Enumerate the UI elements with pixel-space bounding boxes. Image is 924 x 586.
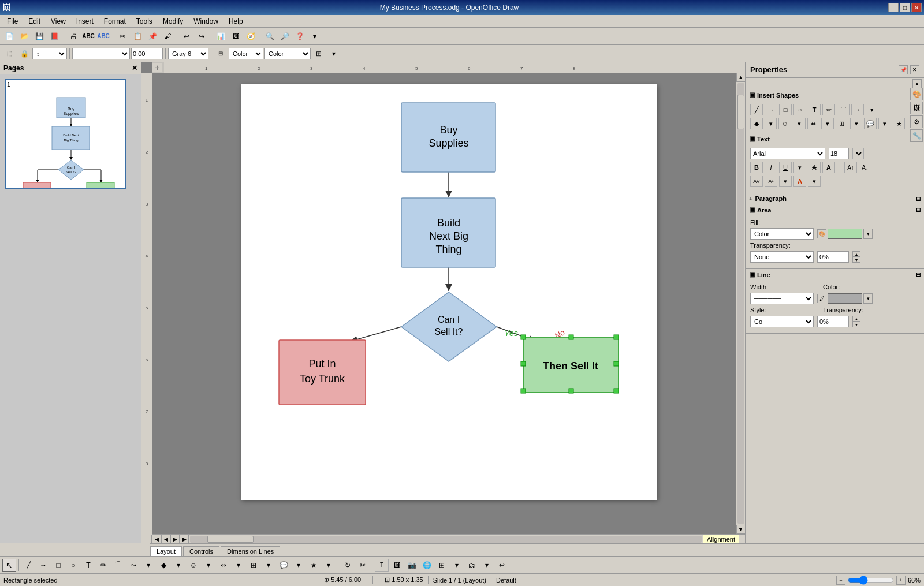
shadow-text-btn[interactable]: A (822, 162, 835, 173)
basic-shapes-draw-more[interactable]: ▾ (172, 559, 185, 572)
pan-tool[interactable]: 🌐 (420, 559, 434, 572)
line-color-icon[interactable]: 🖊 (817, 294, 826, 303)
format-paint-button[interactable]: 🖌 (161, 30, 174, 43)
emoji-btn[interactable]: ☺ (778, 118, 791, 129)
text-draw-tool[interactable]: T (81, 559, 95, 572)
line-transparency-input[interactable] (817, 316, 849, 327)
char-spacing2-btn[interactable]: A¹ (765, 176, 777, 187)
freeform-draw-tool[interactable]: ✏ (96, 559, 110, 572)
properties-pin-button[interactable]: 📌 (899, 65, 908, 74)
menu-format[interactable]: Format (99, 16, 131, 27)
page-1-thumbnail[interactable]: 1 Buy Supplies Build Next Big Thing (5, 79, 126, 189)
vscroll-thumb[interactable] (737, 95, 744, 129)
print-button[interactable]: 🖨 (66, 30, 80, 43)
display-grid-button[interactable]: ⊞ (312, 47, 326, 60)
line-minimize-icon[interactable]: ⊟ (916, 271, 921, 278)
curve-tool[interactable]: ╱ (750, 104, 763, 115)
curve-draw-tool[interactable]: ⌒ (111, 559, 125, 572)
properties-close-button[interactable]: ✕ (910, 65, 919, 74)
menu-edit[interactable]: Edit (24, 16, 45, 27)
callout-btn[interactable]: 💬 (864, 118, 877, 129)
arrow-draw-tool[interactable]: → (36, 559, 50, 572)
scroll-right-button[interactable]: ▶ (180, 535, 189, 544)
dimension-lines-tab[interactable]: Dimension Lines (221, 546, 280, 556)
extension-icon-4[interactable]: 🔧 (910, 129, 923, 142)
insert-shapes-header[interactable]: ▣ Insert Shapes (746, 89, 924, 100)
scrollbar-thumb[interactable] (207, 536, 254, 543)
area-style-dropdown[interactable]: Color (229, 48, 263, 59)
layout-tab[interactable]: Layout (150, 546, 182, 556)
line-color-swatch[interactable] (828, 293, 862, 304)
more2-button[interactable]: ▾ (327, 47, 341, 60)
rect-draw-tool[interactable]: □ (51, 559, 65, 572)
fill-color-icon[interactable]: 🎨 (817, 229, 826, 238)
group-more[interactable]: ▾ (480, 559, 494, 572)
underline-more[interactable]: ▾ (793, 162, 806, 173)
menu-help[interactable]: Help (224, 16, 248, 27)
shadow-button[interactable]: ⊟ (214, 47, 228, 60)
basic-shapes-btn[interactable]: ◆ (750, 118, 763, 129)
fill-color-swatch[interactable] (828, 229, 862, 239)
scroll-down-button[interactable]: ▼ (736, 525, 746, 534)
area-header[interactable]: ▣ Area ⊟ (746, 204, 924, 215)
connector2-tool[interactable]: → (851, 104, 864, 115)
font-name-select[interactable]: Arial (750, 148, 825, 159)
italic-button[interactable]: I (765, 162, 777, 173)
gallery-button[interactable]: 🖼 (229, 30, 243, 43)
line-transparency-spinner[interactable]: ▲ ▼ (852, 316, 860, 327)
increase-font-btn[interactable]: A↑ (844, 162, 857, 173)
star-btn[interactable]: ★ (893, 118, 906, 129)
line-style-select[interactable]: Co (750, 316, 814, 327)
flowchart-more[interactable]: ▾ (850, 118, 863, 129)
connector-draw-tool[interactable]: ⤳ (126, 559, 140, 572)
flowchart-draw-more[interactable]: ▾ (262, 559, 275, 572)
zoom-button[interactable]: 🔎 (278, 30, 292, 43)
menu-file[interactable]: File (2, 16, 23, 27)
callout-draw[interactable]: 💬 (277, 559, 290, 572)
decrease-font-btn[interactable]: A↓ (859, 162, 871, 173)
extension-icon-1[interactable]: 🎨 (910, 88, 923, 100)
font-size-input[interactable] (829, 148, 849, 159)
spell2-button[interactable]: ABC (96, 30, 110, 43)
arrow-shapes-more[interactable]: ▾ (821, 118, 834, 129)
underline-button[interactable]: U (779, 162, 792, 173)
chart-button[interactable]: 📊 (214, 30, 228, 43)
insert-button[interactable]: ⬚ (2, 47, 16, 60)
paste-button[interactable]: 📌 (146, 30, 159, 43)
line-header[interactable]: ▣ Line ⊟ (746, 269, 924, 280)
controls-tab[interactable]: Controls (183, 546, 219, 556)
zoom-out-button[interactable]: − (836, 576, 845, 585)
rect-tool[interactable]: □ (779, 104, 792, 115)
menu-tools[interactable]: Tools (132, 16, 157, 27)
maximize-button[interactable]: □ (900, 3, 910, 12)
cut-button[interactable]: ✂ (116, 30, 129, 43)
arrow-tool[interactable]: → (765, 104, 777, 115)
transparency-value-input[interactable] (817, 251, 849, 263)
snap-tool[interactable]: ⊞ (435, 559, 449, 572)
star-draw[interactable]: ★ (307, 559, 321, 572)
font-color-btn[interactable]: A (793, 176, 806, 187)
fill-color-arrow[interactable]: ▾ (863, 229, 873, 239)
lock-button[interactable]: 🔒 (17, 47, 31, 60)
line-width-input[interactable]: 0.00" (131, 48, 163, 59)
menu-modify[interactable]: Modify (158, 16, 188, 27)
area-minimize-icon[interactable]: ⊟ (916, 207, 921, 213)
snap-more[interactable]: ▾ (450, 559, 464, 572)
strikethrough-btn[interactable]: A (808, 162, 821, 173)
subscript-btn[interactable]: ▾ (779, 176, 792, 187)
basic-shapes-draw[interactable]: ◆ (157, 559, 170, 572)
navigator-button[interactable]: 🧭 (244, 30, 258, 43)
horizontal-scrollbar[interactable]: ◀ ◀ ▶ ▶ Alignment (152, 534, 745, 543)
flowchart-draw[interactable]: ⊞ (247, 559, 260, 572)
line-width-select[interactable]: ────── (750, 293, 814, 304)
copy-button[interactable]: 📋 (131, 30, 144, 43)
line-tool[interactable]: ╱ (21, 559, 35, 572)
char-spacing-btn[interactable]: AV (750, 176, 763, 187)
emoji-draw-more[interactable]: ▾ (202, 559, 215, 572)
menu-window[interactable]: Window (189, 16, 223, 27)
insert-table-tool[interactable]: 📷 (405, 559, 419, 572)
select-tool[interactable]: ↖ (2, 559, 16, 572)
basic-shapes-more[interactable]: ▾ (765, 118, 777, 129)
flowchart-btn[interactable]: ⊞ (836, 118, 848, 129)
connector-tool[interactable]: ⌒ (837, 104, 850, 115)
